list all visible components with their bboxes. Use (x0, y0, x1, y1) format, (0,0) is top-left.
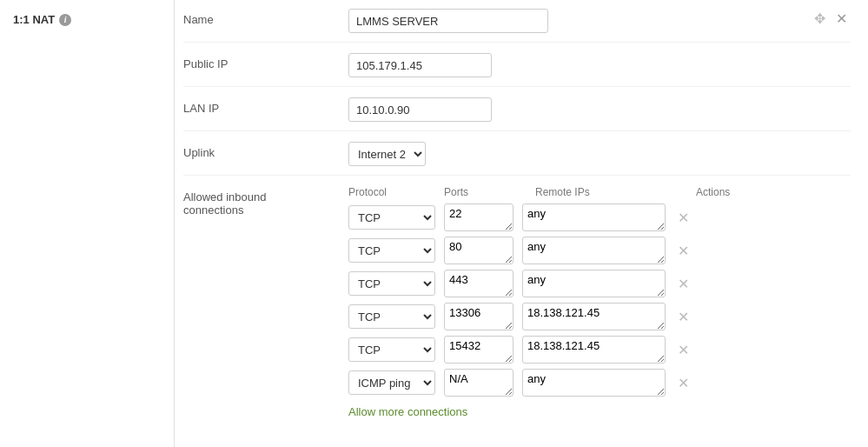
move-icon[interactable]: ✥ (814, 10, 825, 27)
col-protocol-header: Protocol (348, 186, 444, 198)
uplink-select[interactable]: Internet 1 Internet 2 Internet 3 (348, 142, 426, 166)
name-value (348, 9, 851, 33)
sidebar-title: 1:1 NAT i (13, 13, 161, 26)
connection-row-2: TCPUDPTCP+UDPICMP ping 443 any ✕ (348, 270, 851, 297)
lan-ip-row: LAN IP (183, 97, 851, 131)
col-actions-header: Actions (696, 186, 748, 198)
ports-input-5[interactable]: N/A (444, 369, 514, 397)
top-actions: ✥ ✕ (814, 9, 851, 29)
connection-row-0: TCPUDPTCP+UDPICMP ping 22 any ✕ (348, 203, 851, 231)
ports-input-3[interactable]: 13306 (444, 303, 514, 330)
remote-input-4[interactable]: 18.138.121.45 (522, 336, 666, 364)
nat-form: ✥ ✕ Name Public IP LAN IP (183, 9, 851, 427)
protocol-select-0[interactable]: TCPUDPTCP+UDPICMP ping (348, 205, 435, 230)
connection-row-5: TCPUDPTCP+UDPICMP ping N/A any ✕ (348, 369, 851, 397)
name-label: Name (183, 9, 348, 26)
connections-row: Allowed inboundconnections Protocol Port… (183, 186, 851, 427)
ports-input-4[interactable]: 15432 (444, 336, 514, 364)
connection-row-4: TCPUDPTCP+UDPICMP ping 15432 18.138.121.… (348, 336, 851, 364)
protocol-select-4[interactable]: TCPUDPTCP+UDPICMP ping (348, 337, 435, 362)
uplink-row: Uplink Internet 1 Internet 2 Internet 3 (183, 142, 851, 176)
connections-header: Protocol Ports Remote IPs Actions (348, 186, 851, 198)
connections-label: Allowed inboundconnections (183, 186, 348, 217)
remote-input-2[interactable]: any (522, 270, 666, 297)
sidebar-title-text: 1:1 NAT (13, 13, 55, 26)
allow-more-link[interactable]: Allow more connections (348, 405, 467, 418)
connection-row-3: TCPUDPTCP+UDPICMP ping 13306 18.138.121.… (348, 303, 851, 330)
protocol-select-1[interactable]: TCPUDPTCP+UDPICMP ping (348, 238, 435, 263)
remote-input-3[interactable]: 18.138.121.45 (522, 303, 666, 330)
info-icon[interactable]: i (59, 14, 71, 26)
public-ip-value (348, 53, 851, 77)
name-row: Name (183, 9, 851, 43)
close-button[interactable]: ✕ (832, 9, 851, 29)
col-ports-header: Ports (444, 186, 535, 198)
connection-row-1: TCPUDPTCP+UDPICMP ping 80 any ✕ (348, 237, 851, 264)
public-ip-row: Public IP (183, 53, 851, 87)
col-remote-header: Remote IPs (535, 186, 696, 198)
public-ip-label: Public IP (183, 53, 348, 70)
remote-input-1[interactable]: any (522, 237, 666, 264)
uplink-value: Internet 1 Internet 2 Internet 3 (348, 142, 851, 166)
connections-area: Protocol Ports Remote IPs Actions TCPUDP… (348, 186, 851, 418)
name-input[interactable] (348, 9, 548, 33)
protocol-select-3[interactable]: TCPUDPTCP+UDPICMP ping (348, 304, 435, 329)
delete-button-3[interactable]: ✕ (674, 309, 692, 325)
lan-ip-input[interactable] (348, 97, 492, 122)
ports-input-2[interactable]: 443 (444, 270, 514, 297)
lan-ip-value (348, 97, 851, 122)
uplink-label: Uplink (183, 142, 348, 159)
public-ip-input[interactable] (348, 53, 492, 77)
delete-button-1[interactable]: ✕ (674, 243, 692, 259)
delete-button-0[interactable]: ✕ (674, 210, 692, 226)
delete-button-5[interactable]: ✕ (674, 375, 692, 391)
lan-ip-label: LAN IP (183, 97, 348, 115)
delete-button-2[interactable]: ✕ (674, 276, 692, 292)
remote-input-5[interactable]: any (522, 369, 666, 397)
ports-input-1[interactable]: 80 (444, 237, 514, 264)
protocol-select-2[interactable]: TCPUDPTCP+UDPICMP ping (348, 271, 435, 296)
protocol-select-5[interactable]: TCPUDPTCP+UDPICMP ping (348, 370, 435, 395)
remote-input-0[interactable]: any (522, 203, 666, 231)
delete-button-4[interactable]: ✕ (674, 342, 692, 358)
ports-input-0[interactable]: 22 (444, 203, 514, 231)
